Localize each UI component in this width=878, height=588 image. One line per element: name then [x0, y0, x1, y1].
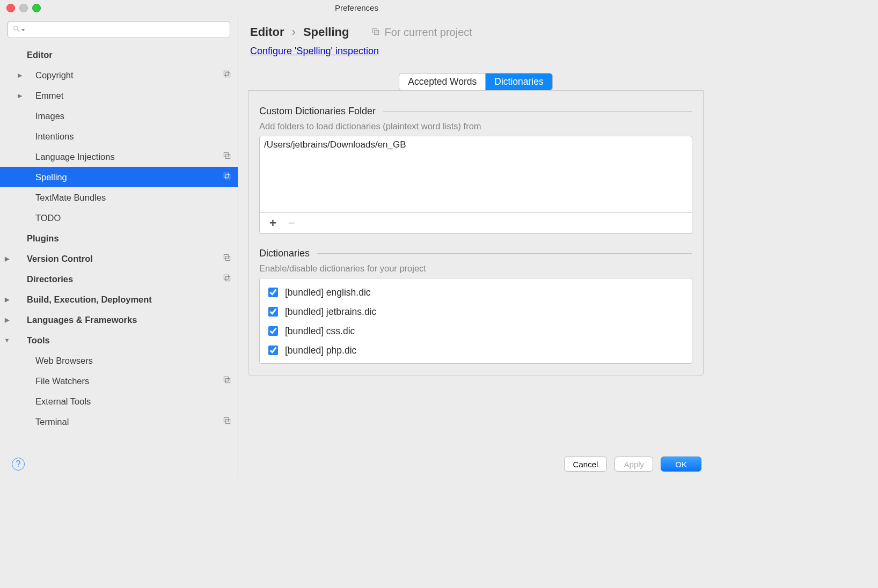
disclosure-icon[interactable]: ▶ [0, 255, 14, 262]
tree-item-images[interactable]: Images [0, 106, 238, 126]
tree-item-label: File Watchers [27, 376, 223, 386]
tree-item-label: Web Browsers [27, 356, 231, 366]
project-scope-icon [223, 274, 231, 284]
project-scope-icon [223, 70, 231, 80]
folder-entry[interactable]: /Users/jetbrains/Downloads/en_GB [264, 139, 687, 150]
dictionary-checkbox[interactable] [268, 288, 278, 297]
tree-item-label: Terminal [27, 417, 223, 427]
tree-item-file-watchers[interactable]: File Watchers [0, 371, 238, 391]
tree-item-web-browsers[interactable]: Web Browsers [0, 350, 238, 371]
configure-inspection-link[interactable]: Configure 'Spelling' inspection [250, 46, 379, 56]
disclosure-icon[interactable]: ▶ [0, 92, 27, 99]
help-button[interactable]: ? [12, 458, 25, 471]
tree-item-label: Version Control [14, 254, 223, 264]
dictionaries-list[interactable]: [bundled] english.dic[bundled] jetbrains… [259, 278, 692, 364]
disclosure-icon[interactable]: ▶ [0, 72, 27, 79]
tree-item-external-tools[interactable]: External Tools [0, 391, 238, 411]
tree-item-language-injections[interactable]: Language Injections [0, 146, 238, 167]
custom-dictionaries-folder-label: Custom Dictionaries Folder [259, 106, 376, 117]
tree-item-editor[interactable]: Editor [0, 45, 238, 65]
cancel-button[interactable]: Cancel [564, 457, 608, 472]
preferences-tree[interactable]: Editor▶Copyright▶EmmetImagesIntentionsLa… [0, 41, 238, 479]
dictionary-checkbox[interactable] [268, 307, 278, 317]
tree-item-languages-frameworks[interactable]: ▶Languages & Frameworks [0, 310, 238, 330]
tree-item-tools[interactable]: ▼Tools [0, 330, 238, 350]
search-history-chevron-icon[interactable] [21, 26, 25, 34]
dictionary-checkbox[interactable] [268, 346, 278, 355]
svg-rect-0 [224, 71, 228, 75]
tab-bar: Accepted WordsDictionaries [399, 73, 553, 91]
dictionary-item[interactable]: [bundled] jetbrains.dic [264, 302, 687, 321]
tree-item-copyright[interactable]: ▶Copyright [0, 65, 238, 85]
chevron-right-icon: › [292, 25, 296, 39]
svg-rect-13 [226, 420, 230, 424]
disclosure-icon[interactable]: ▶ [0, 296, 14, 303]
tree-item-textmate-bundles[interactable]: TextMate Bundles [0, 187, 238, 208]
tree-item-label: Images [27, 111, 231, 121]
tree-item-label: TextMate Bundles [27, 193, 231, 203]
tree-item-plugins[interactable]: Plugins [0, 228, 238, 248]
tree-item-label: TODO [27, 213, 231, 223]
tree-item-directories[interactable]: Directories [0, 269, 238, 289]
project-scope-icon [223, 151, 231, 162]
tree-item-label: Directories [14, 274, 223, 284]
tree-item-terminal[interactable]: Terminal [0, 411, 238, 432]
disclosure-icon[interactable]: ▶ [0, 317, 14, 324]
tree-item-label: Languages & Frameworks [14, 315, 231, 325]
project-scope-icon [223, 416, 231, 427]
tree-item-intentions[interactable]: Intentions [0, 126, 238, 146]
ok-button[interactable]: OK [661, 457, 701, 472]
tree-item-emmet[interactable]: ▶Emmet [0, 85, 238, 106]
tree-item-todo[interactable]: TODO [0, 208, 238, 228]
search-field[interactable] [27, 25, 225, 34]
search-icon [12, 25, 21, 35]
tree-item-spelling[interactable]: Spelling [0, 167, 238, 187]
dictionary-checkbox[interactable] [268, 326, 278, 336]
dictionary-label: [bundled] jetbrains.dic [285, 306, 376, 318]
disclosure-icon[interactable]: ▼ [0, 337, 14, 343]
dictionaries-label: Dictionaries [259, 248, 310, 259]
project-scope-icon [371, 26, 380, 39]
svg-rect-8 [224, 275, 228, 279]
tree-item-label: External Tools [27, 396, 231, 407]
remove-folder-button: − [288, 217, 295, 229]
svg-rect-7 [226, 256, 230, 261]
project-scope-icon [223, 253, 231, 264]
tree-item-label: Build, Execution, Deployment [14, 295, 231, 305]
tab-dictionaries[interactable]: Dictionaries [485, 74, 552, 90]
svg-rect-12 [224, 417, 228, 422]
maximize-window-button[interactable] [32, 4, 41, 12]
tab-accepted-words[interactable]: Accepted Words [399, 74, 485, 90]
window-title: Preferences [335, 3, 378, 12]
svg-rect-1 [226, 73, 230, 77]
tree-item-label: Emmet [27, 91, 231, 101]
dictionary-item[interactable]: [bundled] english.dic [264, 283, 687, 302]
titlebar: Preferences [0, 0, 713, 16]
svg-rect-3 [226, 155, 230, 159]
tree-item-label: Copyright [27, 70, 223, 80]
svg-rect-10 [224, 377, 228, 381]
svg-rect-6 [224, 254, 228, 259]
add-folder-button[interactable]: + [269, 217, 276, 229]
project-scope-icon [223, 172, 231, 182]
svg-rect-5 [226, 175, 230, 179]
close-window-button[interactable] [6, 4, 15, 12]
custom-folder-list[interactable]: /Users/jetbrains/Downloads/en_GB + − [259, 136, 692, 234]
apply-button: Apply [614, 457, 653, 472]
svg-rect-9 [226, 277, 230, 281]
svg-rect-15 [375, 30, 379, 34]
tree-item-build-execution-deployment[interactable]: ▶Build, Execution, Deployment [0, 289, 238, 310]
custom-folder-hint: Add folders to load dictionaries (plaint… [259, 121, 692, 131]
svg-rect-4 [224, 173, 228, 177]
tree-item-label: Editor [14, 50, 231, 60]
project-scope-icon [223, 376, 231, 386]
tree-item-label: Intentions [27, 131, 231, 142]
tree-item-version-control[interactable]: ▶Version Control [0, 248, 238, 269]
dictionary-item[interactable]: [bundled] php.dic [264, 341, 687, 360]
search-input[interactable] [8, 21, 230, 38]
tree-item-label: Spelling [27, 172, 223, 182]
dictionary-label: [bundled] css.dic [285, 326, 355, 337]
svg-rect-14 [373, 28, 377, 33]
dictionary-item[interactable]: [bundled] css.dic [264, 321, 687, 341]
tree-item-label: Plugins [14, 233, 231, 244]
